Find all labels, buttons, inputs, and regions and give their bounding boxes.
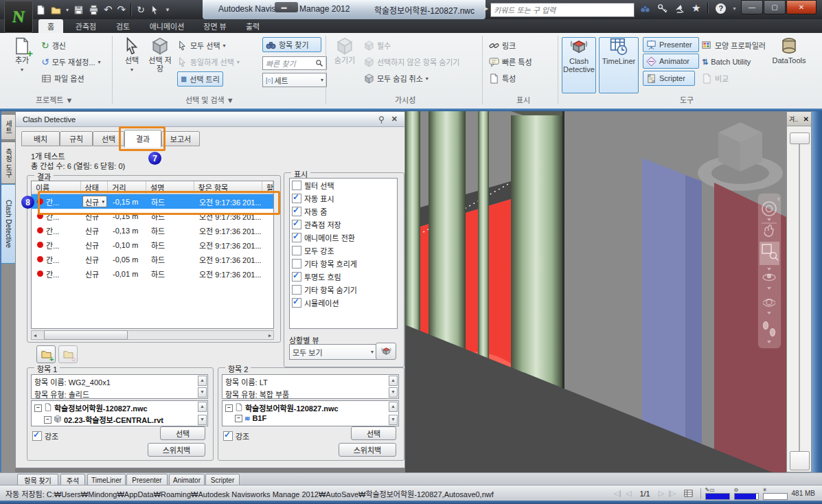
display-option-checkbox[interactable]	[292, 194, 301, 203]
refresh-icon[interactable]: ↻	[137, 4, 145, 15]
datatools-button[interactable]: DataTools	[768, 37, 810, 92]
item2-info-scroll[interactable]: ▲▼	[389, 376, 398, 398]
walk-footsteps-icon[interactable]	[764, 322, 768, 330]
item1-info-scroll[interactable]: ▲▼	[198, 376, 207, 398]
help-icon[interactable]: ?	[716, 3, 726, 14]
search-binoculars-icon[interactable]	[640, 3, 650, 14]
links-button[interactable]: 링크	[489, 38, 516, 52]
navbar-close-icon[interactable]: x	[777, 196, 780, 201]
dock-tab-3[interactable]: Clash Detective	[1, 184, 16, 264]
item2-switchback-button[interactable]: 스위치백	[339, 443, 396, 457]
table-row[interactable]: 간...신규-0,10 m하드오전 9:17:36 201...	[32, 238, 273, 252]
clash-tab-2[interactable]: 규칙	[60, 131, 93, 146]
redo-icon[interactable]: ↷	[117, 3, 126, 16]
tree-collapse-icon[interactable]: −	[34, 404, 42, 412]
required-button[interactable]: 필수	[364, 38, 391, 52]
application-menu-button[interactable]: N	[4, 1, 33, 33]
item1-switchback-button[interactable]: 스위치백	[148, 443, 205, 457]
ribbon-tab-3[interactable]: 검토	[109, 19, 137, 33]
new-folder-button[interactable]: +	[36, 345, 56, 363]
item2-highlight-checkbox[interactable]	[223, 431, 233, 441]
ribbon-tab-6[interactable]: 출력	[238, 19, 268, 33]
table-row[interactable]: 간...신규-0,01 m하드오전 9:17:36 201...	[32, 266, 273, 281]
search-input[interactable]	[491, 3, 634, 16]
context-view-dropdown[interactable]: 모두 보기▾	[289, 344, 377, 360]
display-option-checkbox[interactable]	[292, 220, 301, 229]
undo-icon[interactable]: ↶	[104, 3, 113, 16]
properties-button[interactable]: 특성	[489, 71, 516, 85]
display-option-checkbox[interactable]	[292, 285, 301, 295]
close-icon[interactable]: ✕	[391, 115, 398, 124]
context-view-cube-button[interactable]	[376, 343, 396, 360]
next-sheet-icon[interactable]: ▷	[659, 489, 664, 498]
select-button[interactable]: 선택▾	[118, 37, 146, 92]
ribbon-tab-5[interactable]: 장면 뷰	[196, 19, 233, 33]
item1-tree-child[interactable]: 02.23-학술정보-CENTRAL.rvt	[64, 414, 163, 425]
scroll-left-icon[interactable]: ◂	[32, 332, 38, 339]
print-icon[interactable]	[89, 5, 99, 15]
slider-end-button[interactable]	[790, 451, 810, 470]
item2-tree-child[interactable]: B1F	[252, 414, 266, 422]
sheet-browser-icon[interactable]	[683, 488, 694, 499]
navigation-bar[interactable]: x	[758, 194, 781, 348]
group-label-project[interactable]: 프로젝트 ▼	[36, 94, 73, 105]
new-file-icon[interactable]	[36, 5, 46, 15]
scripter-button[interactable]: Scripter	[643, 71, 695, 86]
tree-collapse-icon[interactable]: −	[235, 415, 242, 422]
results-hscrollbar[interactable]: ◂ ▸	[31, 330, 274, 340]
select-all-button[interactable]: 모두 선택▾	[177, 38, 226, 52]
slider-handle[interactable]	[790, 133, 810, 144]
close-icon[interactable]: ✕	[803, 115, 809, 123]
quick-properties-button[interactable]: 빠른 특성	[489, 55, 532, 69]
save-icon[interactable]	[73, 5, 84, 15]
timeliner-button[interactable]: TimeLiner	[599, 37, 639, 93]
search-expand-icon[interactable]: ▶	[484, 5, 488, 12]
favorites-star-icon[interactable]: ★	[692, 2, 700, 14]
display-option-checkbox[interactable]	[292, 181, 301, 190]
group-label-select-search[interactable]: 선택 및 검색 ▼	[185, 94, 234, 105]
presenter-button[interactable]: Presenter	[643, 37, 699, 52]
item2-select-button[interactable]: 선택	[351, 426, 396, 440]
minimize-button[interactable]: —	[741, 0, 763, 14]
open-dropdown-icon[interactable]: ▾	[66, 7, 69, 13]
animator-button[interactable]: Animator	[643, 54, 699, 69]
display-option-checkbox[interactable]	[292, 272, 301, 282]
item1-tree-root[interactable]: 학술정보어학원-120827.nwc	[54, 402, 148, 413]
table-row[interactable]: 간...신규-0,13 m하드오전 9:17:36 201...	[32, 223, 273, 238]
toolbar-customize-icon[interactable]: ▼	[165, 7, 170, 13]
hide-button[interactable]: 숨기기	[331, 37, 358, 92]
clash-panel-titlebar[interactable]: Clash Detective ⚲ ✕	[16, 112, 404, 127]
refresh-button[interactable]: ↻갱신	[41, 38, 66, 52]
clash-tab-1[interactable]: 배치	[21, 131, 60, 146]
item2-tree-scroll[interactable]: ▲▼	[389, 402, 398, 425]
dock-tab-1[interactable]: 세트	[1, 114, 16, 140]
pin-icon[interactable]: ⚲	[378, 115, 385, 124]
appearance-profiler-button[interactable]: 모양 프로파일러	[702, 38, 766, 52]
help-dropdown-icon[interactable]: ▾	[733, 5, 735, 12]
item1-highlight-checkbox[interactable]	[32, 431, 42, 441]
select-cursor-icon[interactable]	[150, 5, 160, 15]
table-row[interactable]: 간...신규-0,05 m하드오전 9:17:36 201...	[32, 252, 273, 266]
clash-detective-button[interactable]: Clash Detective	[562, 37, 596, 93]
open-file-icon[interactable]	[51, 5, 61, 15]
display-option-checkbox[interactable]	[292, 246, 301, 255]
clash-tab-5[interactable]: 보고서	[161, 131, 200, 146]
group-label-visibility[interactable]: 가시성	[395, 94, 415, 105]
selection-tree-button[interactable]: ≣선택 트리	[177, 71, 223, 87]
ribbon-tab-1[interactable]: 홈	[38, 19, 63, 33]
hide-unselected-button[interactable]: 선택하지 않은 항목 숨기기	[364, 55, 460, 69]
first-sheet-icon[interactable]: ◁|	[614, 489, 621, 498]
save-selection-button[interactable]: 선택 저장	[147, 37, 173, 92]
group-label-display[interactable]: 표시	[516, 94, 530, 105]
scrollbar-thumb[interactable]	[44, 330, 128, 340]
unhide-all-button[interactable]: 모두 숨김 취소▾	[364, 71, 429, 85]
tree-collapse-icon[interactable]: −	[44, 416, 52, 424]
select-same-button[interactable]: 동일하게 선택▾	[177, 55, 240, 69]
ribbon-minimize-button[interactable]: ▬▾	[275, 2, 298, 12]
viewport-3d-scene[interactable]: x	[405, 111, 786, 472]
prev-sheet-icon[interactable]: ◁	[626, 489, 631, 498]
quick-find-box[interactable]: 빠른 찾기	[262, 56, 327, 70]
magnifier-icon[interactable]	[315, 59, 323, 67]
key-icon[interactable]	[657, 3, 667, 14]
display-option-checkbox[interactable]	[292, 207, 301, 216]
